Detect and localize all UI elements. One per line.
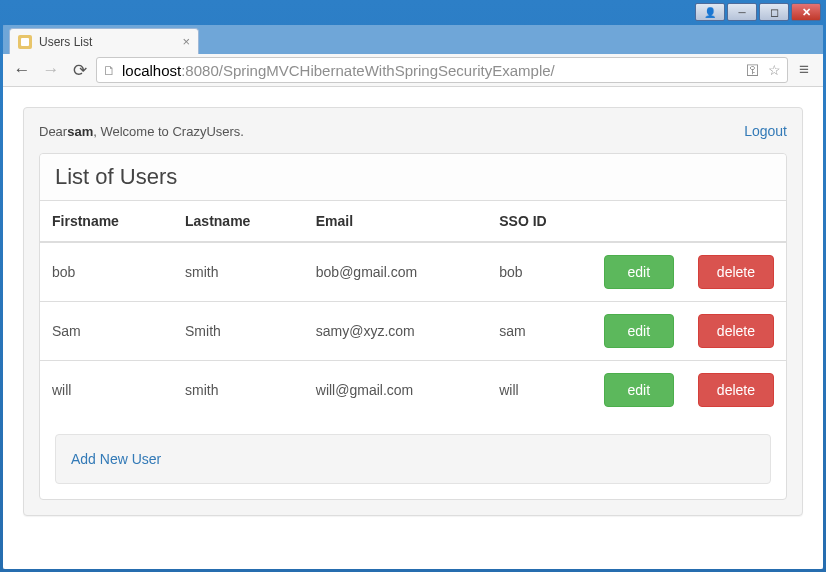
edit-button[interactable]: edit — [604, 314, 674, 348]
hamburger-menu-icon[interactable]: ≡ — [791, 60, 817, 80]
back-button[interactable]: ← — [9, 57, 35, 83]
delete-button[interactable]: delete — [698, 373, 774, 407]
address-bar[interactable]: 🗋 localhost :8080 /SpringMVCHibernateWit… — [96, 57, 788, 83]
tab-title: Users List — [39, 35, 92, 49]
greeting-suffix: , Welcome to CrazyUsers. — [93, 124, 244, 139]
page-icon: 🗋 — [103, 63, 116, 78]
url-port: :8080 — [181, 62, 219, 79]
cell-email: bob@gmail.com — [304, 242, 487, 302]
cell-ssoid: sam — [487, 302, 592, 361]
greeting-username: sam — [67, 124, 93, 139]
bookmark-star-icon[interactable]: ☆ — [768, 62, 781, 78]
user-switch-button[interactable] — [695, 3, 725, 21]
table-row: Sam Smith samy@xyz.com sam edit delete — [40, 302, 786, 361]
url-host: localhost — [122, 62, 181, 79]
cell-ssoid: will — [487, 361, 592, 420]
delete-button[interactable]: delete — [698, 314, 774, 348]
table-header-row: Firstname Lastname Email SSO ID — [40, 201, 786, 242]
table-row: bob smith bob@gmail.com bob edit delete — [40, 242, 786, 302]
table-row: will smith will@gmail.com will edit dele… — [40, 361, 786, 420]
panel-heading: List of Users — [40, 154, 786, 201]
add-user-well: Add New User — [55, 434, 771, 484]
cell-firstname: will — [40, 361, 173, 420]
add-user-link[interactable]: Add New User — [71, 451, 161, 467]
os-window: Users List × ← → ⟳ 🗋 localhost :8080 /Sp… — [0, 0, 826, 572]
col-email: Email — [304, 201, 487, 242]
col-delete — [686, 201, 786, 242]
cell-email: will@gmail.com — [304, 361, 487, 420]
page-viewport: Dear sam , Welcome to CrazyUsers. Logout… — [3, 87, 823, 569]
col-firstname: Firstname — [40, 201, 173, 242]
delete-button[interactable]: delete — [698, 255, 774, 289]
users-table: Firstname Lastname Email SSO ID — [40, 201, 786, 419]
tab-close-icon[interactable]: × — [182, 34, 190, 49]
cell-firstname: bob — [40, 242, 173, 302]
outer-panel: Dear sam , Welcome to CrazyUsers. Logout… — [23, 107, 803, 516]
minimize-button[interactable] — [727, 3, 757, 21]
browser-frame: Users List × ← → ⟳ 🗋 localhost :8080 /Sp… — [3, 25, 823, 569]
close-window-button[interactable] — [791, 3, 821, 21]
col-ssoid: SSO ID — [487, 201, 592, 242]
greeting-row: Dear sam , Welcome to CrazyUsers. Logout — [39, 123, 787, 139]
maximize-button[interactable] — [759, 3, 789, 21]
forward-button[interactable]: → — [38, 57, 64, 83]
cell-lastname: smith — [173, 242, 304, 302]
url-path: /SpringMVCHibernateWithSpringSecurityExa… — [219, 62, 555, 79]
col-edit — [592, 201, 686, 242]
cell-lastname: smith — [173, 361, 304, 420]
users-panel: List of Users Firstname Lastname Email S… — [39, 153, 787, 500]
browser-toolbar: ← → ⟳ 🗋 localhost :8080 /SpringMVCHibern… — [3, 54, 823, 87]
cell-ssoid: bob — [487, 242, 592, 302]
favicon-icon — [18, 35, 32, 49]
cell-lastname: Smith — [173, 302, 304, 361]
edit-button[interactable]: edit — [604, 255, 674, 289]
greeting-prefix: Dear — [39, 124, 67, 139]
cell-email: samy@xyz.com — [304, 302, 487, 361]
tab-strip: Users List × — [3, 25, 823, 54]
edit-button[interactable]: edit — [604, 373, 674, 407]
credential-icon[interactable]: ⚿ — [746, 62, 760, 78]
logout-link[interactable]: Logout — [744, 123, 787, 139]
reload-button[interactable]: ⟳ — [67, 57, 93, 83]
window-titlebar — [3, 3, 823, 25]
browser-tab[interactable]: Users List × — [9, 28, 199, 54]
cell-firstname: Sam — [40, 302, 173, 361]
col-lastname: Lastname — [173, 201, 304, 242]
